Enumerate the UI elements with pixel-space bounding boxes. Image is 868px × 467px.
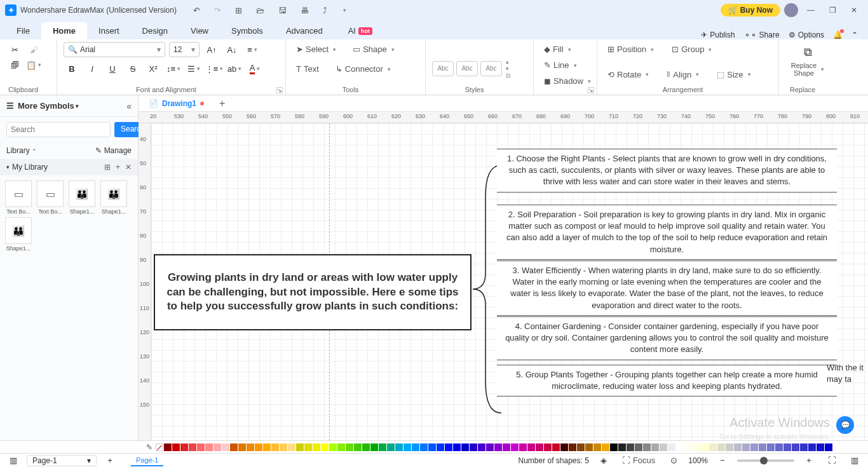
styles-down-button[interactable]: ▾ [506,65,511,72]
decrease-font-button[interactable]: A↓ [224,42,240,57]
color-swatch[interactable] [610,443,618,451]
collapse-sidebar-button[interactable]: « [126,101,132,111]
new-button[interactable]: ⊞ [231,3,246,18]
color-swatch[interactable] [304,443,312,451]
zoom-out-button[interactable]: − [714,453,731,468]
color-swatch[interactable] [437,443,444,451]
manage-library-button[interactable]: ✎Manage [95,146,132,155]
color-swatch[interactable] [230,443,238,451]
shape-tool-button[interactable]: ▭ Shape [349,42,398,57]
format-painter-button[interactable]: 🖌 [25,42,42,57]
save-button[interactable]: 🖫 [275,3,290,18]
underline-button[interactable]: U [104,61,121,76]
menu-view[interactable]: View [179,22,220,39]
color-swatch[interactable] [808,443,816,451]
select-tool-button[interactable]: ➤ Select [292,42,340,57]
color-swatch[interactable] [684,443,692,451]
color-swatch[interactable] [552,443,560,451]
color-swatch[interactable] [280,443,287,451]
library-toggle[interactable]: Library ⌃ [6,146,37,155]
shape-thumb[interactable]: 👪Shape1... [99,180,128,215]
color-swatch[interactable] [536,443,543,451]
color-swatch[interactable] [717,443,725,451]
color-swatch[interactable] [676,443,684,451]
color-swatch[interactable] [593,443,601,451]
color-swatch[interactable] [205,443,213,451]
style-preset-1[interactable]: Abc [432,61,454,76]
color-swatch[interactable] [172,443,180,451]
tip-box-5[interactable]: 5. Group Plants Together - Grouping plan… [497,365,837,396]
color-swatch[interactable] [403,443,411,451]
color-swatch[interactable] [585,443,593,451]
superscript-button[interactable]: X² [145,61,161,76]
group-button[interactable]: ⊡ Group [668,42,715,57]
position-button[interactable]: ⊞ Position [604,42,658,57]
color-swatch[interactable] [247,443,254,451]
color-swatch[interactable] [602,443,609,451]
color-swatch[interactable] [420,443,428,451]
color-swatch[interactable] [643,443,651,451]
color-swatch[interactable] [527,443,535,451]
tip-box-2[interactable]: 2. Soil Preparation - Soil preparation i… [497,205,837,260]
open-button[interactable]: 🗁 [252,3,268,18]
text-tool-button[interactable]: T Text [292,62,323,76]
color-swatch[interactable] [453,443,461,451]
color-swatch[interactable] [726,443,733,451]
size-button[interactable]: ⬚ Size [713,67,754,82]
italic-button[interactable]: I [84,61,100,76]
color-swatch[interactable] [511,443,519,451]
options-button[interactable]: ⚙Options [789,30,824,39]
color-swatch[interactable] [379,443,386,451]
tip-box-1[interactable]: 1. Choose the Right Plants - Select plan… [497,149,837,193]
color-swatch[interactable] [825,443,832,451]
redo-button[interactable]: ↷ [210,3,225,18]
fit-page-button[interactable]: ⛶ [824,453,840,468]
shape-thumb[interactable]: ▭Text Bo... [36,180,65,215]
symbol-search-input[interactable] [6,122,111,137]
color-swatch[interactable] [783,443,791,451]
color-swatch[interactable] [189,443,196,451]
replace-shape-button[interactable]: Replace Shape [787,59,828,79]
color-swatch[interactable] [486,443,494,451]
color-swatch[interactable] [362,443,370,451]
add-page-button[interactable]: + [102,453,118,468]
paste-button[interactable]: 📋 [25,57,42,72]
copy-button[interactable]: 🗐 [6,57,23,72]
highlight-button[interactable]: ab [226,61,243,76]
focus-mode-button[interactable]: ⛶ Focus [618,453,659,467]
color-swatch[interactable] [263,443,271,451]
my-library-header[interactable]: ▾My Library ⊞ + ✕ [0,159,138,175]
color-swatch[interactable] [445,443,452,451]
minimize-button[interactable]: — [802,6,820,15]
style-preset-2[interactable]: Abc [456,61,478,76]
menu-ai[interactable]: AIhot [337,22,384,39]
cut-button[interactable]: ✂ [6,42,23,57]
color-swatch[interactable] [478,443,485,451]
color-swatch[interactable] [701,443,709,451]
color-swatch[interactable] [197,443,205,451]
color-swatch[interactable] [395,443,403,451]
font-expand-button[interactable]: ↘ [276,87,283,93]
color-swatch[interactable] [800,443,808,451]
share-button[interactable]: ⚬⚬Share [744,30,780,39]
strike-button[interactable]: S [125,61,141,76]
styles-more-button[interactable]: ⊟ [506,72,511,79]
menu-advanced[interactable]: Advanced [275,22,334,39]
color-swatch[interactable] [337,443,345,451]
font-name-select[interactable]: 🔍Arial▾ [64,42,165,57]
color-swatch[interactable] [255,443,262,451]
menu-insert[interactable]: Insert [87,22,131,39]
color-swatch[interactable] [346,443,353,451]
undo-button[interactable]: ↶ [189,3,204,18]
color-swatch[interactable] [759,443,766,451]
help-chat-button[interactable]: 💬 [836,416,854,434]
qat-more-button[interactable] [337,3,350,18]
more-symbols-header[interactable]: ☰ More Symbols▾ « [0,95,138,117]
export-button[interactable]: ⤴ [319,3,331,18]
color-swatch[interactable] [775,443,783,451]
canvas-body[interactable]: 405060708090100110120130140150 Growing p… [139,123,868,440]
menu-symbols[interactable]: Symbols [220,22,275,39]
color-swatch[interactable] [329,443,337,451]
color-swatch[interactable] [321,443,329,451]
style-expand-button[interactable]: ↘ [588,87,594,93]
